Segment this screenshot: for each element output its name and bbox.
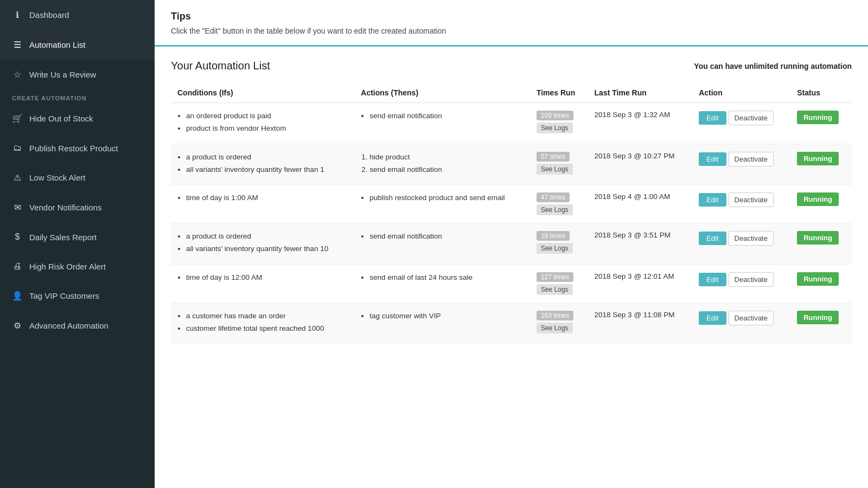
times-badge: 163 times <box>537 311 573 320</box>
sidebar-item-write-review[interactable]: ☆ Write Us a Review <box>0 60 155 89</box>
cell-action-buttons: EditDeactivate <box>692 103 790 144</box>
sidebar-item-advanced-automation[interactable]: ⚙ Advanced Automation <box>0 311 155 341</box>
sidebar-item-tag-vip[interactable]: 👤 Tag VIP Customers <box>0 281 155 311</box>
deactivate-button[interactable]: Deactivate <box>729 111 774 125</box>
sidebar-item-label: Daily Sales Report <box>29 233 97 242</box>
edit-button[interactable]: Edit <box>699 152 726 166</box>
col-actions: Actions (Thens) <box>354 83 530 103</box>
see-logs-button[interactable]: See Logs <box>537 204 573 215</box>
times-badge: 109 times <box>537 111 573 120</box>
sidebar-item-daily-sales-report[interactable]: $ Daily Sales Report <box>0 222 155 252</box>
list-icon: ☰ <box>12 40 23 50</box>
table-row: a customer has made an ordercustomer lif… <box>171 303 852 344</box>
folder-icon: 🗂 <box>12 143 23 153</box>
cell-action-buttons: EditDeactivate <box>692 303 790 344</box>
sidebar-item-label: Automation List <box>29 40 85 49</box>
deactivate-button[interactable]: Deactivate <box>729 272 774 287</box>
sidebar-item-low-stock-alert[interactable]: ⚠ Low Stock Alert <box>0 163 155 192</box>
cell-action-buttons: EditDeactivate <box>692 264 790 303</box>
cell-conditions: time of day is 1:00 AM <box>171 185 354 223</box>
main-content: Tips Click the "Edit" button in the tabl… <box>155 0 868 488</box>
status-badge: Running <box>797 231 839 245</box>
warning-icon: ⚠ <box>12 172 23 183</box>
cell-status: Running <box>790 264 852 303</box>
cell-status: Running <box>790 303 852 344</box>
cell-times-run: 47 timesSee Logs <box>530 185 588 223</box>
times-badge: 57 times <box>537 152 570 162</box>
see-logs-button[interactable]: See Logs <box>537 243 573 254</box>
edit-button[interactable]: Edit <box>699 311 726 325</box>
sidebar-item-label: Dashboard <box>29 10 69 20</box>
cell-action-buttons: EditDeactivate <box>692 223 790 265</box>
sidebar-item-hide-out-of-stock[interactable]: 🛒 Hide Out of Stock <box>0 104 155 133</box>
cell-conditions: a product is orderedall variants' invent… <box>171 144 354 185</box>
see-logs-button[interactable]: See Logs <box>537 323 573 333</box>
cell-actions: tag customer with VIP <box>354 303 530 344</box>
cell-last-run: 2018 Sep 3 @ 11:08 PM <box>588 303 693 344</box>
sidebar-item-dashboard[interactable]: ℹ Dashboard <box>0 0 155 30</box>
deactivate-button[interactable]: Deactivate <box>729 192 774 207</box>
sidebar: ℹ Dashboard ☰ Automation List ☆ Write Us… <box>0 0 155 488</box>
star-icon: ☆ <box>12 69 23 80</box>
edit-button[interactable]: Edit <box>699 232 726 245</box>
cell-times-run: 163 timesSee Logs <box>530 303 588 344</box>
automation-list-section: Your Automation List You can have unlimi… <box>155 47 868 488</box>
deactivate-button[interactable]: Deactivate <box>729 311 774 325</box>
sidebar-item-label: Hide Out of Stock <box>29 114 93 123</box>
cell-status: Running <box>790 185 852 223</box>
list-title: Your Automation List <box>171 60 270 72</box>
edit-button[interactable]: Edit <box>699 273 726 286</box>
col-action: Action <box>692 83 790 103</box>
cell-status: Running <box>790 144 852 185</box>
edit-button[interactable]: Edit <box>699 193 726 207</box>
status-badge: Running <box>797 192 839 206</box>
cart-icon: 🛒 <box>12 113 23 124</box>
cell-conditions: time of day is 12:00 AM <box>171 264 354 303</box>
deactivate-button[interactable]: Deactivate <box>729 152 774 166</box>
see-logs-button[interactable]: See Logs <box>537 123 573 133</box>
tips-title: Tips <box>171 11 852 22</box>
sidebar-item-label: Tag VIP Customers <box>29 291 99 300</box>
tips-section: Tips Click the "Edit" button in the tabl… <box>155 0 868 47</box>
tips-text: Click the "Edit" button in the table bel… <box>171 27 852 35</box>
cell-times-run: 109 timesSee Logs <box>530 103 588 144</box>
col-last-time-run: Last Time Run <box>588 83 693 103</box>
cell-status: Running <box>790 223 852 265</box>
status-badge: Running <box>797 111 839 124</box>
cell-times-run: 19 timesSee Logs <box>530 223 588 265</box>
times-badge: 47 times <box>537 192 570 202</box>
cell-last-run: 2018 Sep 3 @ 1:32 AM <box>588 103 693 144</box>
email-icon: ✉ <box>12 202 23 213</box>
sidebar-item-vendor-notifications[interactable]: ✉ Vendor Notifications <box>0 192 155 222</box>
status-badge: Running <box>797 152 839 165</box>
table-row: an ordered product is paidproduct is fro… <box>171 103 852 144</box>
cell-actions: publish restocked product and send email <box>354 185 530 223</box>
sidebar-item-high-risk-order[interactable]: 🖨 High Risk Order Alert <box>0 252 155 281</box>
table-header: Conditions (Ifs) Actions (Thens) Times R… <box>171 83 852 103</box>
cell-times-run: 57 timesSee Logs <box>530 144 588 185</box>
sidebar-item-label: Publish Restock Product <box>29 144 118 153</box>
deactivate-button[interactable]: Deactivate <box>729 231 774 246</box>
automation-table: Conditions (Ifs) Actions (Thens) Times R… <box>171 83 852 344</box>
cell-last-run: 2018 Sep 3 @ 12:01 AM <box>588 264 693 303</box>
table-row: time of day is 12:00 AMsend email of las… <box>171 264 852 303</box>
sidebar-item-publish-restock[interactable]: 🗂 Publish Restock Product <box>0 133 155 163</box>
list-subtitle: You can have unlimited running automatio… <box>694 62 852 70</box>
table-row: time of day is 1:00 AMpublish restocked … <box>171 185 852 223</box>
sidebar-item-label: High Risk Order Alert <box>29 262 106 271</box>
times-badge: 19 times <box>537 231 570 241</box>
cell-actions: send email notification <box>354 103 530 144</box>
sidebar-item-label: Advanced Automation <box>29 321 108 330</box>
table-row: a product is orderedall variants' invent… <box>171 223 852 265</box>
info-icon: ℹ <box>12 10 23 20</box>
cell-actions: hide productsend email notification <box>354 144 530 185</box>
col-conditions: Conditions (Ifs) <box>171 83 354 103</box>
see-logs-button[interactable]: See Logs <box>537 284 573 295</box>
cell-action-buttons: EditDeactivate <box>692 185 790 223</box>
cell-last-run: 2018 Sep 4 @ 1:00 AM <box>588 185 693 223</box>
col-times-run: Times Run <box>530 83 588 103</box>
see-logs-button[interactable]: See Logs <box>537 164 573 175</box>
sidebar-item-automation-list[interactable]: ☰ Automation List <box>0 30 155 60</box>
cell-actions: send email notification <box>354 223 530 265</box>
edit-button[interactable]: Edit <box>699 111 726 125</box>
